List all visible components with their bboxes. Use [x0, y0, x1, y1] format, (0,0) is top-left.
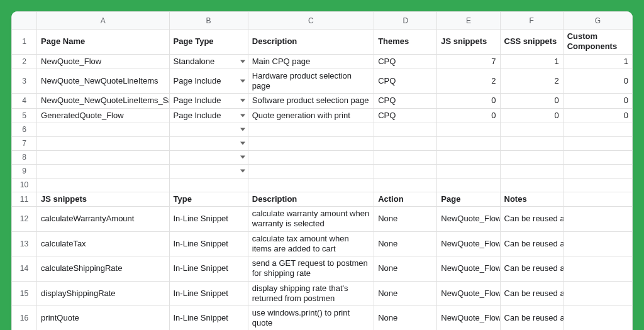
cell[interactable]: [37, 136, 169, 150]
cell[interactable]: NewQuote_Flow: [437, 281, 500, 306]
cell[interactable]: Can be reused as-is in V2 page: [500, 256, 563, 282]
cell[interactable]: 0: [437, 94, 500, 108]
cell[interactable]: 0: [563, 69, 632, 94]
row-header-13[interactable]: 13: [12, 231, 37, 256]
row-header-15[interactable]: 15: [12, 281, 37, 306]
cell[interactable]: Type: [169, 192, 248, 206]
cell[interactable]: CPQ: [374, 69, 437, 94]
cell[interactable]: NewQuote_NewQuoteLineItems_Saas: [37, 94, 169, 108]
cell[interactable]: Main CPQ page: [248, 54, 374, 69]
cell[interactable]: Software product selection page: [248, 94, 374, 108]
cell[interactable]: None: [374, 256, 437, 282]
cell[interactable]: calculateWarrantyAmount: [37, 207, 169, 232]
cell[interactable]: Page: [437, 192, 500, 206]
cell[interactable]: [563, 136, 632, 150]
cell[interactable]: GeneratedQuote_Flow: [37, 108, 169, 123]
cell[interactable]: [437, 123, 500, 136]
col-header-B[interactable]: B: [169, 12, 248, 30]
cell[interactable]: displayShippingRate: [37, 281, 169, 306]
cell[interactable]: In-Line Snippet: [169, 207, 248, 232]
cell[interactable]: CPQ: [374, 108, 437, 123]
col-header-C[interactable]: C: [248, 12, 374, 30]
cell[interactable]: calculateShippingRate: [37, 256, 169, 282]
cell[interactable]: [437, 150, 500, 164]
row-header-8[interactable]: 8: [12, 150, 37, 164]
cell[interactable]: Notes: [500, 192, 563, 206]
cell[interactable]: [437, 136, 500, 150]
row-header-9[interactable]: 9: [12, 164, 37, 178]
cell[interactable]: None: [374, 231, 437, 256]
cell[interactable]: 0: [500, 108, 563, 123]
cell[interactable]: [374, 123, 437, 136]
chevron-down-icon[interactable]: [240, 99, 245, 102]
cell[interactable]: calculate warranty amount when warranty …: [248, 207, 374, 232]
cell[interactable]: [563, 164, 632, 178]
cell[interactable]: [437, 178, 500, 192]
cell[interactable]: NewQuote_Flow: [437, 256, 500, 282]
cell[interactable]: 0: [563, 94, 632, 108]
row-header-10[interactable]: 10: [12, 178, 37, 192]
col-header-G[interactable]: G: [563, 12, 632, 30]
row-header-2[interactable]: 2: [12, 54, 37, 69]
cell[interactable]: NewQuote_Flow: [437, 231, 500, 256]
cell[interactable]: [248, 150, 374, 164]
cell[interactable]: 0: [500, 94, 563, 108]
cell[interactable]: [169, 150, 248, 164]
row-header-7[interactable]: 7: [12, 136, 37, 150]
cell[interactable]: [437, 164, 500, 178]
cell[interactable]: Hardware product selection page: [248, 69, 374, 94]
select-all-cell[interactable]: [12, 12, 37, 30]
cell[interactable]: [563, 256, 632, 282]
cell[interactable]: [563, 207, 632, 232]
cell[interactable]: [248, 136, 374, 150]
row-header-3[interactable]: 3: [12, 69, 37, 94]
cell[interactable]: Description: [248, 30, 374, 55]
cell[interactable]: 0: [437, 108, 500, 123]
cell[interactable]: Quote generation with print: [248, 108, 374, 123]
chevron-down-icon[interactable]: [240, 114, 245, 117]
cell[interactable]: JS snippets: [37, 192, 169, 206]
spreadsheet[interactable]: A B C D E F G 1 Page Name Page Type Desc…: [11, 11, 633, 330]
cell[interactable]: [500, 178, 563, 192]
cell[interactable]: Page Include: [169, 108, 248, 123]
cell[interactable]: [248, 164, 374, 178]
cell[interactable]: [563, 281, 632, 306]
row-header-14[interactable]: 14: [12, 256, 37, 282]
cell[interactable]: [248, 123, 374, 136]
cell[interactable]: None: [374, 207, 437, 232]
row-header-16[interactable]: 16: [12, 306, 37, 331]
cell[interactable]: Page Include: [169, 69, 248, 94]
cell[interactable]: Can be reused as-is in V2 page: [500, 231, 563, 256]
cell[interactable]: 1: [500, 54, 563, 69]
cell[interactable]: NewQuote_Flow: [37, 54, 169, 69]
cell[interactable]: [169, 123, 248, 136]
cell[interactable]: Standalone: [169, 54, 248, 69]
cell[interactable]: JS snippets: [437, 30, 500, 55]
cell[interactable]: [37, 123, 169, 136]
chevron-down-icon[interactable]: [240, 156, 245, 159]
cell[interactable]: [500, 136, 563, 150]
cell[interactable]: In-Line Snippet: [169, 306, 248, 331]
chevron-down-icon[interactable]: [240, 60, 245, 63]
cell[interactable]: [563, 306, 632, 331]
chevron-down-icon[interactable]: [240, 142, 245, 145]
cell[interactable]: Can be reused as-is in V2 page: [500, 207, 563, 232]
cell[interactable]: 2: [500, 69, 563, 94]
chevron-down-icon[interactable]: [240, 80, 245, 83]
row-header-5[interactable]: 5: [12, 108, 37, 123]
row-header-4[interactable]: 4: [12, 94, 37, 108]
cell[interactable]: Description: [248, 192, 374, 206]
cell[interactable]: Page Type: [169, 30, 248, 55]
cell[interactable]: In-Line Snippet: [169, 256, 248, 282]
cell[interactable]: In-Line Snippet: [169, 231, 248, 256]
cell[interactable]: [500, 164, 563, 178]
cell[interactable]: [169, 164, 248, 178]
cell[interactable]: In-Line Snippet: [169, 281, 248, 306]
cell[interactable]: NewQuote_NewQuoteLineItems: [37, 69, 169, 94]
cell[interactable]: [563, 231, 632, 256]
cell[interactable]: Custom Components: [563, 30, 632, 55]
cell[interactable]: 0: [563, 108, 632, 123]
cell[interactable]: [374, 178, 437, 192]
cell[interactable]: [37, 164, 169, 178]
cell[interactable]: printQuote: [37, 306, 169, 331]
